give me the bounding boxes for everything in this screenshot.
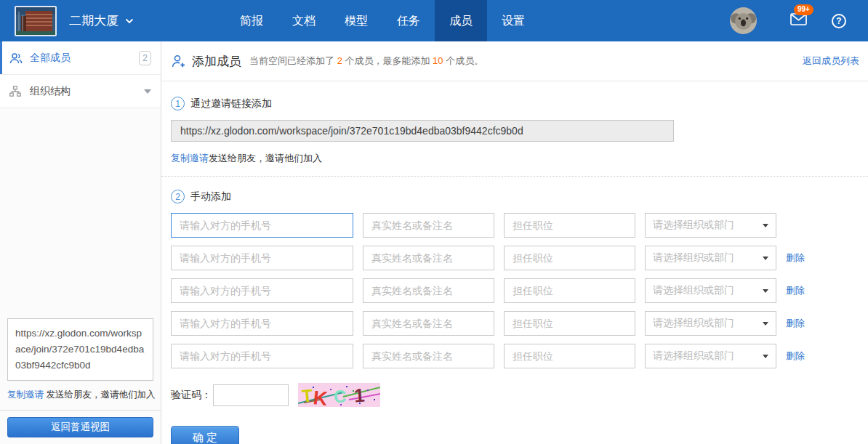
workspace-switcher[interactable]: 二期大厦 [69,12,134,29]
sidebar-item-label: 组织结构 [30,85,71,98]
nav-tab-tasks[interactable]: 任务 [382,0,435,41]
main-panel: 添加成员 当前空间已经添加了 2 个成员，最多能添加 10 个成员。 返回成员列… [161,41,868,444]
sidebar-invite-url-box[interactable]: https://xz.glodon.com/workspace/join/372… [7,318,153,381]
phone-input[interactable] [171,278,353,303]
select-caret-icon [763,289,768,293]
captcha-char: T [301,385,313,405]
delete-row-link[interactable]: 删除 [786,251,805,265]
avatar-image [730,7,757,34]
captcha-input[interactable] [213,384,289,406]
header-actions: 99+ ? [730,7,868,34]
member-row-1: 请选择组织或部门 [171,213,858,238]
current-member-count: 2 [337,55,342,66]
captcha-char: K [312,387,329,407]
nav-tab-documents[interactable]: 文档 [278,0,330,41]
nav-tab-members[interactable]: 成员 [435,0,487,41]
delete-row-link[interactable]: 删除 [786,350,805,363]
section-divider [161,176,868,177]
notifications-button[interactable]: 99+ [790,13,807,28]
captcha-image: T K C 1 [298,383,380,407]
manual-add-rows: 请选择组织或部门 请选择组织或部门 删除 请选择组织或部门 [171,213,858,368]
sidebar-footer: 返回普通视图 [0,410,161,444]
invite-link-section-title: 通过邀请链接添加 [190,97,272,110]
max-member-count: 10 [433,55,443,66]
copy-invite-link[interactable]: 复制邀请 [171,153,209,164]
chevron-down-icon [125,18,134,24]
delete-row-link[interactable]: 删除 [786,317,805,330]
name-input[interactable] [363,278,494,303]
top-header: 二期大厦 简报 文档 模型 任务 成员 设置 [0,0,868,41]
sidebar-copy-invite-hint: 发送给朋友，邀请他们加入 [44,389,155,400]
building-photo [16,7,55,35]
add-member-icon [171,54,186,69]
user-avatar[interactable] [730,7,757,34]
sidebar-item-all-members[interactable]: 全部成员 2 [0,41,161,75]
users-icon [9,52,23,64]
help-glyph: ? [836,16,841,26]
member-row-5: 请选择组织或部门 删除 [171,344,858,368]
org-tree-icon [9,86,23,97]
org-select[interactable]: 请选择组织或部门 [645,246,776,270]
select-caret-icon [763,355,768,358]
member-count-badge: 2 [139,51,151,65]
section-number-2: 2 [171,190,185,203]
page-title: 添加成员 [192,53,241,70]
phone-input[interactable] [171,344,353,368]
member-row-2: 请选择组织或部门 删除 [171,246,858,270]
captcha-label: 验证码： [171,389,212,402]
invite-link-section-header: 1 通过邀请链接添加 [171,97,858,110]
captcha-char: C [334,387,346,406]
sidebar-item-org-structure[interactable]: 组织结构 [0,75,161,108]
org-select[interactable]: 请选择组织或部门 [645,311,776,336]
notification-count-badge: 99+ [794,4,813,15]
sidebar: 全部成员 2 组织结构 https://xz.glodon.com/worksp… [0,41,161,444]
caret-down-icon [144,89,151,94]
phone-input[interactable] [171,311,353,336]
captcha-char: 1 [353,384,366,407]
select-caret-icon [763,224,768,227]
position-input[interactable] [504,278,635,303]
position-input[interactable] [504,246,635,270]
confirm-button[interactable]: 确 定 [171,426,239,444]
manual-add-section-title: 手动添加 [190,190,231,203]
delete-row-link[interactable]: 删除 [786,284,805,297]
member-count-summary: 当前空间已经添加了 2 个成员，最多能添加 10 个成员。 [249,55,483,68]
back-to-normal-view-button[interactable]: 返回普通视图 [7,417,153,437]
nav-tab-settings[interactable]: 设置 [487,0,539,41]
member-row-4: 请选择组织或部门 删除 [171,311,858,336]
position-input[interactable] [504,344,635,368]
main-body: 1 通过邀请链接添加 复制邀请发送给朋友，邀请他们加入 2 手动添加 [161,81,868,444]
invite-url-field[interactable] [171,120,674,142]
name-input[interactable] [363,344,494,368]
position-input[interactable] [504,213,635,238]
app-window: 二期大厦 简报 文档 模型 任务 成员 设置 [0,0,868,444]
nav-tab-models[interactable]: 模型 [330,0,382,41]
sidebar-item-label: 全部成员 [30,52,71,65]
phone-input[interactable] [171,246,353,270]
position-input[interactable] [504,311,635,336]
name-input[interactable] [363,213,494,238]
sidebar-copy-invite-line: 复制邀请 发送给朋友，邀请他们加入 [0,389,161,410]
nav-tab-briefing[interactable]: 简报 [225,0,278,41]
workspace-name: 二期大厦 [69,12,118,29]
main-nav: 简报 文档 模型 任务 成员 设置 [225,0,539,41]
captcha-row: 验证码： T K C [171,383,858,407]
main-header: 添加成员 当前空间已经添加了 2 个成员，最多能添加 10 个成员。 返回成员列… [161,41,868,81]
select-caret-icon [763,257,768,260]
phone-input[interactable] [171,213,353,238]
name-input[interactable] [363,311,494,336]
name-input[interactable] [363,246,494,270]
org-select[interactable]: 请选择组织或部门 [645,213,776,238]
copy-invite-hint: 发送给朋友，邀请他们加入 [209,153,322,164]
section-number-1: 1 [171,97,185,110]
select-caret-icon [763,322,768,326]
manual-add-section-header: 2 手动添加 [171,190,858,203]
member-row-3: 请选择组织或部门 删除 [171,278,858,303]
sidebar-copy-invite-link[interactable]: 复制邀请 [7,389,44,400]
org-select[interactable]: 请选择组织或部门 [645,344,776,368]
workspace-logo[interactable] [15,6,57,36]
help-icon[interactable]: ? [832,14,846,28]
sidebar-spacer [0,108,161,318]
org-select[interactable]: 请选择组织或部门 [645,278,776,303]
back-to-member-list-link[interactable]: 返回成员列表 [803,55,859,68]
